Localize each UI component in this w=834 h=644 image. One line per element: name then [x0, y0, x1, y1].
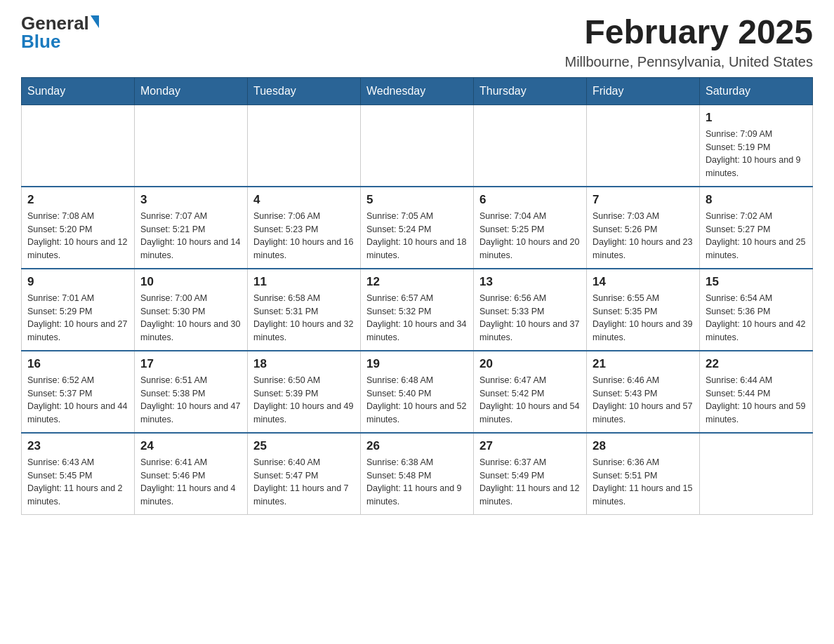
day-info: Sunrise: 6:41 AMSunset: 5:46 PMDaylight:…	[140, 456, 241, 509]
day-number: 6	[479, 193, 581, 207]
calendar-cell: 20Sunrise: 6:47 AMSunset: 5:42 PMDayligh…	[474, 351, 587, 433]
logo-icon: General	[21, 14, 99, 32]
day-of-week-header: Tuesday	[248, 77, 361, 105]
calendar-cell: 3Sunrise: 7:07 AMSunset: 5:21 PMDaylight…	[135, 187, 248, 269]
day-number: 14	[593, 275, 694, 289]
calendar-cell	[22, 105, 135, 187]
calendar-week-row: 16Sunrise: 6:52 AMSunset: 5:37 PMDayligh…	[22, 351, 813, 433]
day-info: Sunrise: 6:57 AMSunset: 5:32 PMDaylight:…	[366, 292, 468, 344]
day-info: Sunrise: 7:05 AMSunset: 5:24 PMDaylight:…	[366, 210, 468, 262]
day-info: Sunrise: 7:09 AMSunset: 5:19 PMDaylight:…	[706, 128, 807, 180]
day-info: Sunrise: 6:40 AMSunset: 5:47 PMDaylight:…	[253, 456, 355, 509]
logo-blue-text: Blue	[21, 32, 60, 51]
calendar-cell: 7Sunrise: 7:03 AMSunset: 5:26 PMDaylight…	[587, 187, 700, 269]
day-number: 13	[479, 275, 581, 289]
day-info: Sunrise: 6:38 AMSunset: 5:48 PMDaylight:…	[366, 456, 468, 509]
calendar-cell: 5Sunrise: 7:05 AMSunset: 5:24 PMDaylight…	[361, 187, 474, 269]
calendar-table: SundayMondayTuesdayWednesdayThursdayFrid…	[21, 77, 813, 515]
day-info: Sunrise: 7:01 AMSunset: 5:29 PMDaylight:…	[27, 292, 128, 344]
calendar-cell: 8Sunrise: 7:02 AMSunset: 5:27 PMDaylight…	[700, 187, 813, 269]
title-section: February 2025 Millbourne, Pennsylvania, …	[564, 14, 813, 70]
day-info: Sunrise: 6:46 AMSunset: 5:43 PMDaylight:…	[593, 374, 694, 427]
day-number: 9	[27, 275, 128, 289]
calendar-cell: 2Sunrise: 7:08 AMSunset: 5:20 PMDaylight…	[22, 187, 135, 269]
calendar-week-row: 9Sunrise: 7:01 AMSunset: 5:29 PMDaylight…	[22, 269, 813, 351]
day-number: 16	[27, 357, 128, 371]
day-info: Sunrise: 6:58 AMSunset: 5:31 PMDaylight:…	[253, 292, 355, 344]
calendar-cell: 24Sunrise: 6:41 AMSunset: 5:46 PMDayligh…	[135, 433, 248, 515]
day-of-week-header: Saturday	[700, 77, 813, 105]
day-number: 11	[253, 275, 355, 289]
day-number: 5	[366, 193, 468, 207]
day-number: 8	[706, 193, 807, 207]
calendar-cell: 14Sunrise: 6:55 AMSunset: 5:35 PMDayligh…	[587, 269, 700, 351]
calendar-cell	[700, 433, 813, 515]
day-info: Sunrise: 6:36 AMSunset: 5:51 PMDaylight:…	[593, 456, 694, 509]
day-of-week-header: Wednesday	[361, 77, 474, 105]
day-number: 2	[27, 193, 128, 207]
day-of-week-header: Friday	[587, 77, 700, 105]
calendar-header-row: SundayMondayTuesdayWednesdayThursdayFrid…	[22, 77, 813, 105]
calendar-cell: 26Sunrise: 6:38 AMSunset: 5:48 PMDayligh…	[361, 433, 474, 515]
day-number: 10	[140, 275, 241, 289]
calendar-cell	[587, 105, 700, 187]
page-header: General Blue February 2025 Millbourne, P…	[21, 14, 813, 70]
calendar-week-row: 1Sunrise: 7:09 AMSunset: 5:19 PMDaylight…	[22, 105, 813, 187]
day-number: 7	[593, 193, 694, 207]
day-number: 3	[140, 193, 241, 207]
day-number: 1	[706, 111, 807, 125]
calendar-cell: 11Sunrise: 6:58 AMSunset: 5:31 PMDayligh…	[248, 269, 361, 351]
day-info: Sunrise: 7:08 AMSunset: 5:20 PMDaylight:…	[27, 210, 128, 262]
calendar-cell: 9Sunrise: 7:01 AMSunset: 5:29 PMDaylight…	[22, 269, 135, 351]
day-number: 28	[593, 439, 694, 453]
calendar-cell: 28Sunrise: 6:36 AMSunset: 5:51 PMDayligh…	[587, 433, 700, 515]
day-number: 22	[706, 357, 807, 371]
calendar-cell: 15Sunrise: 6:54 AMSunset: 5:36 PMDayligh…	[700, 269, 813, 351]
calendar-cell: 16Sunrise: 6:52 AMSunset: 5:37 PMDayligh…	[22, 351, 135, 433]
day-number: 18	[253, 357, 355, 371]
day-number: 4	[253, 193, 355, 207]
day-info: Sunrise: 7:00 AMSunset: 5:30 PMDaylight:…	[140, 292, 241, 344]
day-number: 26	[366, 439, 468, 453]
day-info: Sunrise: 6:44 AMSunset: 5:44 PMDaylight:…	[706, 374, 807, 427]
calendar-cell	[474, 105, 587, 187]
calendar-week-row: 23Sunrise: 6:43 AMSunset: 5:45 PMDayligh…	[22, 433, 813, 515]
day-number: 24	[140, 439, 241, 453]
day-number: 12	[366, 275, 468, 289]
day-number: 15	[706, 275, 807, 289]
calendar-cell: 23Sunrise: 6:43 AMSunset: 5:45 PMDayligh…	[22, 433, 135, 515]
calendar-cell: 19Sunrise: 6:48 AMSunset: 5:40 PMDayligh…	[361, 351, 474, 433]
day-info: Sunrise: 6:43 AMSunset: 5:45 PMDaylight:…	[27, 456, 128, 509]
day-number: 25	[253, 439, 355, 453]
day-info: Sunrise: 6:55 AMSunset: 5:35 PMDaylight:…	[593, 292, 694, 344]
day-info: Sunrise: 6:54 AMSunset: 5:36 PMDaylight:…	[706, 292, 807, 344]
calendar-cell: 25Sunrise: 6:40 AMSunset: 5:47 PMDayligh…	[248, 433, 361, 515]
day-info: Sunrise: 6:48 AMSunset: 5:40 PMDaylight:…	[366, 374, 468, 427]
calendar-cell: 21Sunrise: 6:46 AMSunset: 5:43 PMDayligh…	[587, 351, 700, 433]
day-number: 23	[27, 439, 128, 453]
calendar-cell: 10Sunrise: 7:00 AMSunset: 5:30 PMDayligh…	[135, 269, 248, 351]
day-number: 21	[593, 357, 694, 371]
day-info: Sunrise: 7:03 AMSunset: 5:26 PMDaylight:…	[593, 210, 694, 262]
calendar-cell: 27Sunrise: 6:37 AMSunset: 5:49 PMDayligh…	[474, 433, 587, 515]
month-year-title: February 2025	[564, 14, 813, 51]
day-of-week-header: Sunday	[22, 77, 135, 105]
calendar-cell: 18Sunrise: 6:50 AMSunset: 5:39 PMDayligh…	[248, 351, 361, 433]
day-number: 17	[140, 357, 241, 371]
calendar-cell: 13Sunrise: 6:56 AMSunset: 5:33 PMDayligh…	[474, 269, 587, 351]
calendar-cell: 6Sunrise: 7:04 AMSunset: 5:25 PMDaylight…	[474, 187, 587, 269]
day-of-week-header: Thursday	[474, 77, 587, 105]
logo-general-text: General	[21, 14, 89, 32]
day-of-week-header: Monday	[135, 77, 248, 105]
calendar-cell	[361, 105, 474, 187]
day-info: Sunrise: 6:50 AMSunset: 5:39 PMDaylight:…	[253, 374, 355, 427]
day-number: 19	[366, 357, 468, 371]
calendar-cell: 22Sunrise: 6:44 AMSunset: 5:44 PMDayligh…	[700, 351, 813, 433]
calendar-cell	[248, 105, 361, 187]
day-number: 20	[479, 357, 581, 371]
day-info: Sunrise: 7:06 AMSunset: 5:23 PMDaylight:…	[253, 210, 355, 262]
calendar-week-row: 2Sunrise: 7:08 AMSunset: 5:20 PMDaylight…	[22, 187, 813, 269]
logo-arrow-icon	[91, 15, 99, 28]
day-info: Sunrise: 6:56 AMSunset: 5:33 PMDaylight:…	[479, 292, 581, 344]
calendar-cell: 4Sunrise: 7:06 AMSunset: 5:23 PMDaylight…	[248, 187, 361, 269]
